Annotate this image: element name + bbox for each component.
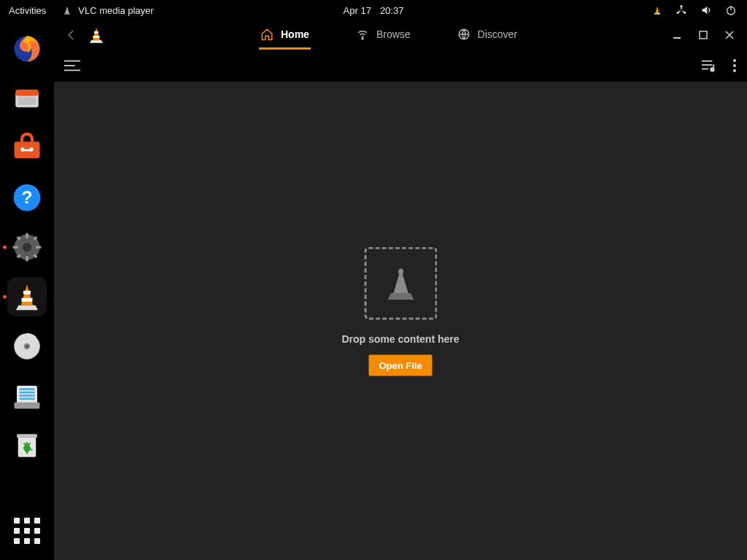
svg-point-62 (733, 64, 736, 67)
vlc-menubar (54, 50, 747, 82)
more-menu-button[interactable] (732, 58, 737, 73)
minimize-icon (673, 31, 681, 39)
nav-discover-label: Discover (478, 28, 517, 40)
svg-rect-24 (36, 246, 41, 249)
globe-icon (457, 28, 471, 41)
svg-rect-1 (64, 13, 70, 15)
vlc-nav: Home Browse Discover (105, 20, 673, 50)
dock-help[interactable]: ? (7, 178, 47, 217)
dock-disk[interactable] (7, 327, 47, 366)
dock-vlc[interactable] (7, 277, 47, 316)
svg-rect-41 (20, 398, 35, 400)
minimize-button[interactable] (673, 31, 681, 39)
power-icon[interactable] (725, 4, 737, 16)
drop-text: Drop some content here (341, 332, 459, 344)
vlc-cone-icon (62, 5, 72, 15)
svg-marker-0 (65, 7, 69, 14)
nav-browse[interactable]: Browse (355, 20, 412, 50)
open-file-button[interactable]: Open File (368, 354, 432, 376)
svg-rect-12 (18, 97, 36, 105)
trash-icon (12, 430, 42, 461)
vlc-content[interactable]: Drop some content here Open File (54, 82, 747, 560)
software-icon (12, 133, 42, 163)
vlc-titlebar: Home Browse Discover (54, 20, 747, 50)
volume-icon[interactable] (700, 4, 712, 16)
svg-point-4 (680, 5, 682, 7)
gnome-topbar: Activities VLC media player Apr 17 20:37 (0, 0, 747, 20)
svg-marker-45 (93, 28, 100, 40)
vlc-window: Home Browse Discover (54, 20, 747, 560)
dock-files[interactable] (7, 79, 47, 118)
ubuntu-dock: ? (0, 20, 54, 560)
svg-rect-22 (26, 256, 28, 261)
drop-target[interactable] (364, 246, 437, 319)
svg-rect-31 (22, 298, 33, 302)
svg-point-36 (26, 345, 28, 348)
nav-discover[interactable]: Discover (456, 20, 519, 50)
svg-rect-46 (94, 31, 98, 34)
activities-button[interactable]: Activities (9, 5, 46, 16)
dock-firefox[interactable] (7, 29, 47, 69)
dock-scanner[interactable] (7, 376, 47, 416)
svg-text:?: ? (22, 187, 33, 207)
svg-rect-47 (93, 36, 100, 38)
window-controls (673, 31, 747, 39)
hamburger-icon (64, 59, 80, 72)
svg-rect-30 (23, 291, 31, 295)
running-indicator-icon (3, 246, 7, 249)
svg-marker-32 (16, 306, 38, 311)
running-indicator-icon (3, 295, 7, 299)
svg-rect-39 (20, 392, 35, 394)
svg-point-49 (362, 38, 363, 39)
hamburger-menu-button[interactable] (64, 59, 80, 72)
help-icon: ? (12, 182, 42, 213)
dock-software[interactable] (7, 128, 47, 168)
svg-rect-38 (20, 389, 35, 391)
close-button[interactable] (725, 31, 734, 39)
maximize-icon (699, 31, 708, 39)
topbar-date: Apr 17 (344, 5, 371, 16)
playlist-icon (700, 59, 716, 72)
svg-rect-11 (15, 90, 39, 96)
svg-rect-44 (17, 434, 37, 438)
scanner-icon (12, 381, 42, 411)
svg-marker-48 (90, 40, 103, 43)
settings-icon (12, 232, 42, 262)
svg-rect-23 (13, 246, 18, 249)
wifi-icon (356, 28, 369, 41)
dock-trash[interactable] (7, 426, 47, 465)
drop-zone[interactable]: Drop some content here Open File (341, 246, 459, 376)
back-button[interactable] (58, 22, 85, 48)
svg-marker-29 (21, 284, 34, 305)
topbar-clock[interactable]: Apr 17 20:37 (344, 5, 404, 16)
svg-point-20 (23, 243, 31, 252)
playlist-button[interactable] (700, 59, 716, 72)
svg-marker-66 (387, 293, 414, 300)
disk-icon (12, 331, 42, 362)
topbar-app-menu[interactable]: VLC media player (62, 5, 153, 16)
vlc-logo-icon (88, 26, 105, 44)
files-icon (12, 83, 42, 114)
network-icon[interactable] (676, 4, 687, 16)
maximize-button[interactable] (699, 31, 708, 39)
svg-marker-2 (655, 7, 659, 14)
topbar-app-name: VLC media player (78, 5, 153, 16)
nav-home[interactable]: Home (259, 20, 311, 50)
svg-rect-3 (654, 13, 660, 15)
dock-settings[interactable] (7, 228, 47, 267)
vlc-icon (12, 282, 42, 311)
svg-point-61 (733, 59, 736, 62)
show-applications-button[interactable] (14, 518, 40, 544)
svg-rect-16 (21, 149, 33, 152)
svg-rect-40 (20, 394, 35, 397)
vlc-cone-grey-icon (381, 263, 420, 303)
more-vertical-icon (732, 58, 737, 73)
vlc-tray-icon[interactable] (652, 5, 662, 15)
nav-home-label: Home (281, 28, 309, 40)
svg-rect-51 (673, 37, 681, 39)
svg-rect-52 (700, 31, 707, 39)
svg-rect-21 (26, 233, 28, 238)
arrow-left-icon (65, 28, 78, 42)
nav-browse-label: Browse (376, 28, 411, 40)
close-icon (725, 31, 734, 39)
